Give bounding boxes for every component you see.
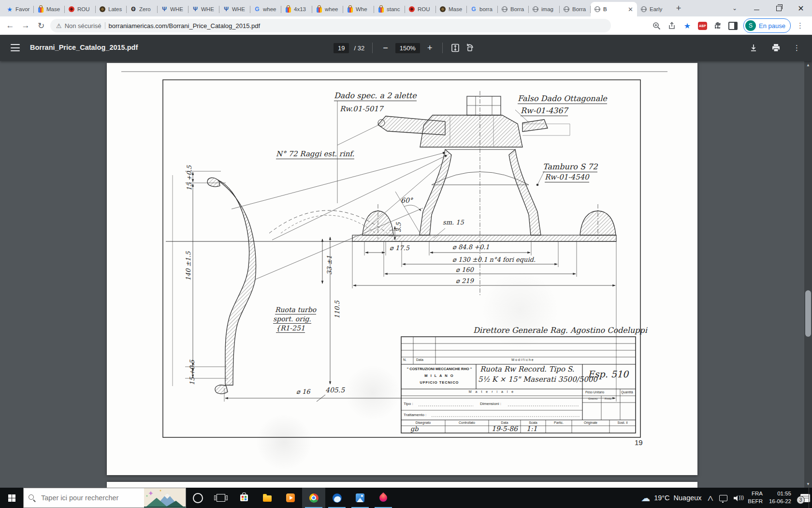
page-number-input[interactable]: 19	[334, 43, 349, 53]
avatar: S	[745, 20, 756, 31]
tab-label: Lates	[108, 6, 123, 12]
pdf-viewport[interactable]: Dado spec. a 2 alette Rw.01-5017 Falso D…	[0, 61, 812, 488]
tray-expand-chevron-icon[interactable]: ⋀	[708, 495, 713, 501]
browser-tab[interactable]: 4x13	[281, 2, 312, 16]
browser-tab[interactable]: stanc	[374, 2, 405, 16]
droplet-icon	[378, 493, 389, 504]
file-explorer-button[interactable]	[256, 488, 279, 508]
pdf-menu-icon[interactable]	[11, 44, 20, 51]
browser-tab[interactable]: Borra	[560, 2, 591, 16]
tb-col-disegnato: Disegnato	[401, 421, 445, 424]
print-icon[interactable]	[771, 43, 781, 53]
start-button[interactable]	[0, 488, 23, 508]
cortana-button[interactable]	[186, 488, 209, 508]
extensions-puzzle-icon[interactable]	[713, 21, 723, 30]
browser-tab[interactable]: WHE	[188, 2, 219, 16]
tb-col-partic: Partic.	[546, 421, 572, 424]
scroll-up-icon[interactable]: ▲	[804, 61, 812, 69]
rotate-icon[interactable]	[465, 43, 475, 53]
browser-tab[interactable]: Lates	[96, 2, 127, 16]
scroll-down-icon[interactable]: ▼	[804, 480, 812, 488]
photos-taskbar-button[interactable]	[348, 488, 372, 508]
forward-icon[interactable]: →	[19, 19, 32, 32]
zoom-level-input[interactable]: 150%	[395, 43, 420, 53]
annotation-tamburo: Tamburo S 72	[543, 162, 597, 172]
tab-close-icon[interactable]: ✕	[627, 6, 634, 13]
browser-tab[interactable]: Borra	[498, 2, 529, 16]
profile-chip[interactable]: S En pause	[743, 18, 791, 33]
browser-tab[interactable]: Whe	[343, 2, 374, 16]
taskbar-search[interactable]	[23, 488, 186, 508]
security-indicator[interactable]: ⚠ Non sécurisé	[56, 22, 102, 30]
dim-219: ⌀ 219	[456, 277, 474, 284]
thunderbird-taskbar-button[interactable]	[325, 488, 348, 508]
zoom-page-icon[interactable]	[652, 21, 661, 30]
dim-160: ⌀ 160	[456, 266, 474, 273]
zoom-in-button[interactable]: +	[425, 43, 435, 53]
browser-tab[interactable]: ROU	[405, 2, 436, 16]
language-indicator[interactable]: FRA BEFR	[748, 490, 763, 505]
google-favicon-icon	[254, 6, 261, 13]
browser-tab[interactable]: Zero	[127, 2, 158, 16]
browser-tab-active[interactable]: B✕	[591, 2, 637, 16]
weather-label: Nuageux	[674, 494, 702, 502]
browser-tab[interactable]: Early	[637, 2, 668, 16]
star-favicon-icon	[6, 6, 13, 13]
browser-tab[interactable]: imag	[529, 2, 560, 16]
dim-140: 140 ±1.5	[185, 252, 192, 281]
new-tab-button[interactable]: +	[672, 1, 685, 15]
folder-icon	[263, 495, 272, 502]
display-cast-icon[interactable]	[719, 495, 727, 501]
browser-tab[interactable]: WHE	[219, 2, 250, 16]
annotation-direttore: Direttore Generale Rag. Agostino Codelup…	[473, 326, 647, 335]
tab-search-chevron-icon[interactable]: ⌄	[725, 0, 744, 16]
browser-tab[interactable]: WHE	[158, 2, 188, 16]
fit-page-icon[interactable]	[450, 43, 460, 53]
url-text: borraniamericas.com/Borrani_Price_Catalo…	[109, 22, 261, 30]
chrome-menu-icon[interactable]: ⋮	[797, 21, 804, 30]
browser-tab[interactable]: whee	[312, 2, 343, 16]
chrome-taskbar-button[interactable]	[302, 488, 325, 508]
browser-tab[interactable]: ROU	[65, 2, 96, 16]
thunderbird-icon	[333, 493, 342, 503]
share-icon[interactable]	[667, 21, 677, 30]
browser-tab[interactable]: borra	[467, 2, 498, 16]
tb-col-data: Data	[489, 421, 521, 424]
red-badge-favicon-icon	[409, 6, 415, 12]
zoom-out-button[interactable]: −	[380, 43, 391, 53]
browser-tab[interactable]: Mase	[34, 2, 65, 16]
weather-widget[interactable]: ☁ 19°C Nuageux	[641, 493, 701, 504]
reload-icon[interactable]: ↻	[35, 19, 47, 32]
adblock-extension-icon[interactable]: ABP	[698, 22, 707, 30]
restore-button[interactable]	[768, 0, 790, 16]
dim-3-5: 3.5	[395, 223, 402, 233]
browser-tab[interactable]: whee	[250, 2, 281, 16]
paint3d-taskbar-button[interactable]	[372, 488, 395, 508]
microsoft-store-button[interactable]	[232, 488, 256, 508]
bookmark-star-icon[interactable]: ★	[682, 21, 692, 30]
media-player-button[interactable]	[279, 488, 302, 508]
pdf-more-menu-icon[interactable]: ⋮	[793, 44, 800, 52]
browser-tab[interactable]: Favor	[3, 2, 34, 16]
page-total-label: / 32	[354, 45, 364, 52]
scrollbar-thumb[interactable]	[805, 290, 811, 337]
clock[interactable]: 01:55 16-06-22	[769, 490, 791, 505]
minimize-button[interactable]	[745, 0, 768, 16]
tb-grezzo: Grezzo	[588, 397, 597, 400]
task-view-button[interactable]	[209, 488, 232, 508]
annotation-ruota-2: sport. orig.	[273, 315, 311, 324]
volume-icon[interactable]: )))	[734, 495, 741, 501]
pdf-printed-page-number: 19	[635, 438, 643, 447]
tab-label: Mase	[449, 6, 464, 12]
search-input[interactable]	[40, 493, 144, 502]
address-bar[interactable]: ⚠ Non sécurisé borraniamericas.com/Borra…	[50, 19, 611, 32]
download-icon[interactable]	[749, 43, 758, 53]
pdf-scrollbar[interactable]: ▲ ▼	[804, 61, 812, 488]
close-button[interactable]: ✕	[790, 0, 812, 16]
dim-84-8: ⌀ 84.8 +0.1	[452, 243, 490, 251]
side-panel-icon[interactable]	[728, 22, 738, 30]
keyboard-layout: BEFR	[748, 498, 763, 506]
back-icon[interactable]: ←	[4, 19, 16, 32]
show-desktop-button[interactable]	[809, 488, 812, 508]
browser-tab[interactable]: Mase	[436, 2, 467, 16]
